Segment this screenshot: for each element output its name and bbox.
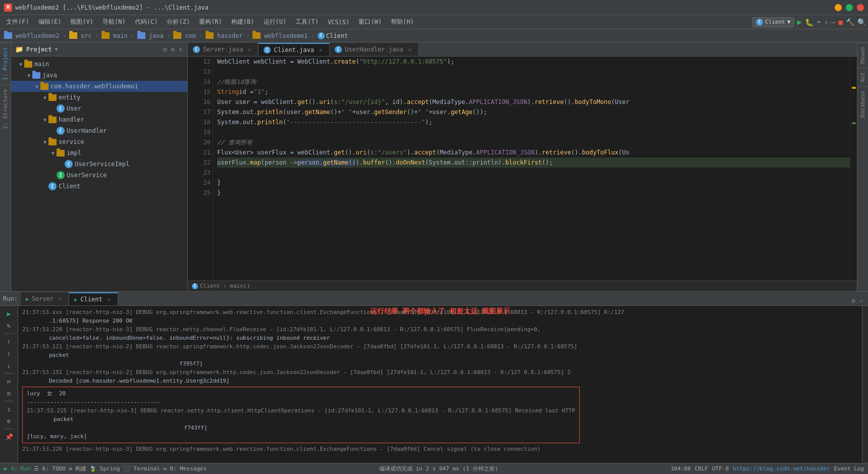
scroll-to-end-button[interactable]: ↑ (4, 336, 15, 347)
debug-button[interactable]: 🐛 (805, 18, 813, 26)
run-config-selector[interactable]: C Client ▼ (752, 17, 794, 27)
export-log-button[interactable]: ↥ (4, 403, 15, 414)
settings-icon[interactable]: ⚙ (170, 45, 176, 54)
tree-item-user[interactable]: C User (11, 103, 187, 114)
tab-userhandler-java[interactable]: C UserHandler.java × (330, 43, 419, 56)
line-separator[interactable]: CRLF (695, 465, 708, 472)
bottom-tabs: Run: ▶ Server × ▶ Client × ⚙ − (0, 292, 868, 306)
scroll-up-button[interactable]: ↑ (4, 348, 15, 359)
status-spring[interactable]: 🍃 Spring (89, 465, 120, 472)
status-build[interactable]: ⚒ 构建 (69, 465, 86, 472)
status-todo[interactable]: ☰ 6: TODO (34, 465, 66, 472)
menu-navigate[interactable]: 导航(N) (98, 17, 130, 27)
close-panel-icon[interactable]: × (178, 45, 183, 54)
breadcrumb-client[interactable]: C Client (318, 32, 348, 39)
ant-panel-tab[interactable]: Ant (857, 68, 868, 86)
menu-vcs[interactable]: VCS(S) (324, 18, 353, 27)
event-log[interactable]: Event Log (834, 465, 864, 472)
tree-item-userhandler[interactable]: C UserHandler (11, 125, 187, 136)
breadcrumb-webfluxdemo2[interactable]: webfluxdemo2 (4, 32, 60, 39)
console-scrollbar[interactable] (862, 306, 868, 463)
folder-icon-package (40, 83, 48, 90)
tab-close-userhandler[interactable]: × (406, 46, 414, 53)
breadcrumb-main[interactable]: main (101, 32, 128, 39)
stop-button[interactable]: ■ (839, 18, 843, 26)
profile-button[interactable]: ⚡ (824, 18, 828, 26)
csdn-url[interactable]: https://blog.csdn.net/hassder (733, 465, 830, 472)
status-terminal[interactable]: ⬛ Terminal (123, 465, 161, 472)
maximize-button[interactable] (846, 4, 853, 11)
breadcrumb-com[interactable]: com (173, 32, 196, 39)
run-button[interactable]: ▶ (797, 17, 802, 27)
more-button[interactable]: ⋯ (831, 18, 835, 26)
breadcrumb-src[interactable]: src (69, 32, 92, 39)
class-icon-userhandler: C (57, 127, 65, 135)
menu-run[interactable]: 运行(U) (260, 17, 291, 27)
tree-item-entity[interactable]: entity (11, 92, 187, 103)
collapse-all-icon[interactable]: ⊟ (162, 45, 168, 54)
tree-item-main[interactable]: main (11, 59, 187, 70)
run-minimize-icon[interactable]: − (858, 296, 864, 305)
menu-build[interactable]: 构建(B) (227, 17, 259, 27)
menu-view[interactable]: 视图(V) (66, 17, 97, 27)
app-icon: M (4, 4, 12, 12)
more-actions-button[interactable]: ≡ (4, 388, 15, 399)
coverage-button[interactable]: ☂ (816, 18, 821, 26)
cursor-position[interactable]: 104:88 (671, 465, 691, 472)
scroll-down-button[interactable]: ↓ (4, 360, 15, 371)
client-run-tab[interactable]: ▶ Client × (69, 292, 118, 305)
tab-client-java[interactable]: C Client.java × (259, 43, 329, 56)
tree-item-package[interactable]: com.hassder.webfluxdemo1 (11, 81, 187, 92)
client-run-tab-close[interactable]: × (106, 296, 113, 303)
tab-close-client[interactable]: × (317, 46, 324, 54)
menu-code[interactable]: 代码(C) (131, 17, 162, 27)
menu-help[interactable]: 帮助(H) (387, 17, 418, 27)
tree-item-userservice[interactable]: I UserService (11, 170, 187, 181)
close-button[interactable] (857, 4, 864, 11)
menu-window[interactable]: 窗口(W) (354, 17, 386, 27)
search-everywhere-button[interactable]: 🔍 (857, 18, 866, 26)
clear-log-button[interactable]: ⊗ (4, 415, 15, 427)
tree-item-service[interactable]: service (11, 136, 187, 147)
menu-refactor[interactable]: 重构(R) (195, 17, 226, 27)
project-panel: 📁 Project ▼ ⊟ ⚙ × main (11, 42, 188, 291)
pin-tab-button[interactable]: 📌 (4, 431, 15, 442)
editor-breadcrumb-text: Client › main() (200, 283, 250, 289)
folder-icon-java (32, 72, 40, 79)
breadcrumb-webfluxdemo1[interactable]: webfluxdemo1 (252, 32, 308, 39)
run-settings-icon[interactable]: ⚙ (851, 296, 856, 305)
status-run[interactable]: ▶ 4: Run (4, 465, 31, 472)
tab-server-java[interactable]: C Server.java × (188, 43, 259, 56)
breadcrumb-hassder[interactable]: hassder (206, 32, 243, 39)
breadcrumb-java[interactable]: java (137, 32, 164, 39)
stop-run-button[interactable]: ✎ (4, 320, 15, 331)
server-run-tab[interactable]: ▶ Server × (21, 292, 69, 305)
structure-tab[interactable]: 2: Structure (0, 84, 11, 133)
status-messages[interactable]: ✉ 0: Messages (163, 465, 207, 472)
tree-item-impl[interactable]: impl (11, 147, 187, 159)
minimize-button[interactable] (835, 4, 842, 11)
tree-item-userserviceimpl[interactable]: C UserServiceImpl (11, 159, 187, 170)
encoding[interactable]: UTF-8 (712, 465, 729, 472)
database-panel-tab[interactable]: Database (857, 86, 868, 122)
tree-item-java[interactable]: java (11, 70, 187, 81)
soft-wrap-button[interactable]: ⇄ (4, 376, 15, 387)
build-project-button[interactable]: 🔨 (846, 18, 854, 26)
console-line-7: f395f7] (22, 359, 858, 368)
editor-scrollbar[interactable] (850, 57, 857, 280)
rerun-button[interactable]: ▶ (4, 308, 15, 319)
tab-close-server[interactable]: × (246, 46, 253, 53)
code-line-21: Flux<User> userFlux = webClient.get().ur… (217, 147, 850, 157)
panel-header-icons: ⊟ ⚙ × (162, 45, 183, 54)
tree-item-client[interactable]: C Client (11, 181, 187, 192)
tree-item-handler[interactable]: handler (11, 114, 187, 125)
java-file-icon: C (318, 32, 325, 39)
menu-edit[interactable]: 编辑(E) (34, 17, 66, 27)
menu-file[interactable]: 文件(F) (2, 17, 33, 27)
class-icon-userserviceimpl: C (65, 160, 73, 168)
project-tab[interactable]: 1: Project (0, 42, 11, 84)
menu-tools[interactable]: 工具(T) (291, 17, 323, 27)
maven-panel-tab[interactable]: Maven (857, 42, 868, 68)
menu-analyze[interactable]: 分析(Z) (163, 17, 194, 27)
server-run-tab-close[interactable]: × (57, 295, 64, 302)
